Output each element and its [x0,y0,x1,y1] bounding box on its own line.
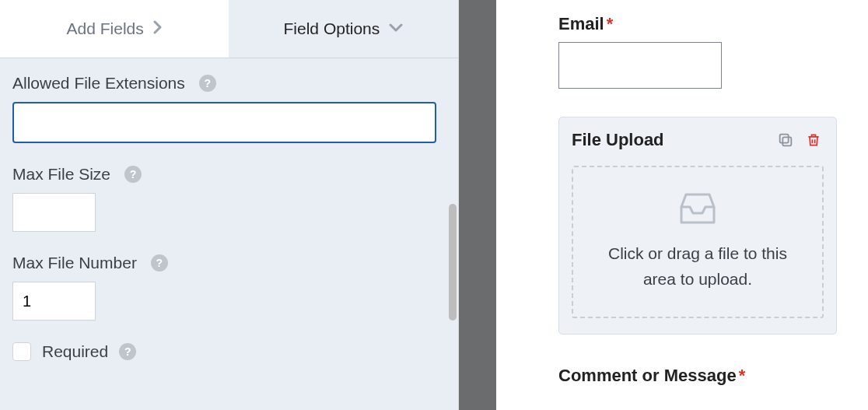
file-upload-dropzone[interactable]: Click or drag a file to this area to upl… [572,166,824,318]
inbox-icon [677,191,719,229]
option-max-file-size: Max File Size ? [12,165,446,232]
max-file-size-input[interactable] [12,193,96,232]
svg-rect-0 [782,137,791,145]
tab-add-fields-label: Add Fields [67,19,144,38]
help-icon[interactable]: ? [199,75,216,92]
tab-field-options[interactable]: Field Options [229,0,457,58]
required-mark: * [607,14,614,33]
panel-divider [459,0,496,410]
options-panel-body: Allowed File Extensions ? Max File Size … [0,58,458,410]
svg-rect-1 [780,135,789,143]
help-icon[interactable]: ? [151,254,168,272]
required-label: Required [42,342,108,361]
preview-comment-field: Comment or Message* [558,366,837,386]
required-checkbox[interactable] [12,342,31,361]
option-max-file-number: Max File Number ? [12,254,446,321]
duplicate-icon[interactable] [775,130,796,150]
help-icon[interactable]: ? [124,166,142,183]
option-required: Required ? [12,342,446,361]
option-allowed-extensions: Allowed File Extensions ? [12,74,446,143]
help-icon[interactable]: ? [119,343,136,360]
form-preview: Email* File Upload [496,0,868,410]
comment-label: Comment or Message [558,366,737,385]
tab-field-options-label: Field Options [284,19,380,38]
sidebar-tabs: Add Fields Field Options [0,0,458,58]
dropzone-text: Click or drag a file to this area to upl… [573,241,822,292]
allowed-extensions-label: Allowed File Extensions [12,74,185,93]
allowed-extensions-input[interactable] [12,102,436,143]
file-upload-label: File Upload [572,130,664,150]
chevron-down-icon [389,22,403,36]
max-file-number-input[interactable] [12,282,96,321]
tab-add-fields[interactable]: Add Fields [0,0,229,58]
upload-header: File Upload [572,130,824,150]
required-mark: * [739,366,746,385]
trash-icon[interactable] [803,130,824,150]
email-label: Email [558,14,604,33]
preview-file-upload-field[interactable]: File Upload [558,117,837,335]
field-options-sidebar: Add Fields Field Options Allowed File Ex… [0,0,459,410]
max-file-number-label: Max File Number [12,254,137,272]
preview-email-field: Email* [558,14,837,89]
chevron-right-icon [153,20,163,37]
max-file-size-label: Max File Size [12,165,110,184]
upload-actions [775,130,824,150]
scrollbar-thumb[interactable] [449,204,457,321]
email-input[interactable] [558,42,722,89]
